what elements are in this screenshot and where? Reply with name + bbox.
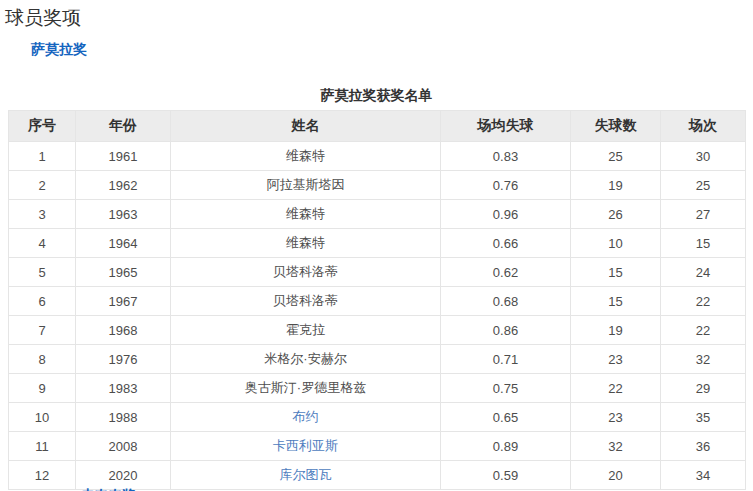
cell-year: 1962 <box>76 171 171 200</box>
cell-conceded: 20 <box>571 461 661 490</box>
cell-avg: 0.89 <box>441 432 571 461</box>
cell-name: 贝塔科洛蒂 <box>171 258 441 287</box>
cell-no: 9 <box>9 374 76 403</box>
cell-avg: 0.71 <box>441 345 571 374</box>
cell-conceded: 25 <box>571 142 661 171</box>
cell-name-link[interactable]: 库尔图瓦 <box>171 461 441 490</box>
table-row: 3 1963 维森特 0.96 26 27 <box>9 200 746 229</box>
cell-no: 6 <box>9 287 76 316</box>
cell-name: 贝塔科洛蒂 <box>171 287 441 316</box>
cell-avg: 0.76 <box>441 171 571 200</box>
cell-no: 10 <box>9 403 76 432</box>
cell-conceded: 19 <box>571 171 661 200</box>
table-row: 9 1983 奥古斯汀·罗德里格兹 0.75 22 29 <box>9 374 746 403</box>
cell-year: 1967 <box>76 287 171 316</box>
table-row: 2 1962 阿拉基斯塔因 0.76 19 25 <box>9 171 746 200</box>
cell-no: 1 <box>9 142 76 171</box>
cell-matches: 25 <box>661 171 746 200</box>
cell-conceded: 23 <box>571 403 661 432</box>
cell-no: 11 <box>9 432 76 461</box>
cell-name: 米格尔·安赫尔 <box>171 345 441 374</box>
cell-name: 维森特 <box>171 142 441 171</box>
cell-name: 维森特 <box>171 229 441 258</box>
cell-matches: 24 <box>661 258 746 287</box>
cell-matches: 27 <box>661 200 746 229</box>
cell-no: 3 <box>9 200 76 229</box>
cell-name: 维森特 <box>171 200 441 229</box>
cell-matches: 35 <box>661 403 746 432</box>
table-row: 12 2020 库尔图瓦 0.59 20 34 <box>9 461 746 490</box>
header-cell-avg: 场均失球 <box>441 111 571 142</box>
cell-year: 1961 <box>76 142 171 171</box>
header-cell-matches: 场次 <box>661 111 746 142</box>
cell-avg: 0.59 <box>441 461 571 490</box>
table-row: 4 1964 维森特 0.66 10 15 <box>9 229 746 258</box>
cell-matches: 34 <box>661 461 746 490</box>
cell-avg: 0.96 <box>441 200 571 229</box>
cell-conceded: 19 <box>571 316 661 345</box>
cell-year: 1964 <box>76 229 171 258</box>
cell-avg: 0.83 <box>441 142 571 171</box>
cell-year: 1968 <box>76 316 171 345</box>
cell-no: 7 <box>9 316 76 345</box>
cell-name: 阿拉基斯塔因 <box>171 171 441 200</box>
cell-no: 4 <box>9 229 76 258</box>
table-row: 5 1965 贝塔科洛蒂 0.62 15 24 <box>9 258 746 287</box>
table-row: 6 1967 贝塔科洛蒂 0.68 15 22 <box>9 287 746 316</box>
cell-year: 1983 <box>76 374 171 403</box>
cell-no: 2 <box>9 171 76 200</box>
cell-matches: 22 <box>661 287 746 316</box>
table-header-row: 序号 年份 姓名 场均失球 失球数 场次 <box>9 111 746 142</box>
cell-name-link[interactable]: 卡西利亚斯 <box>171 432 441 461</box>
cell-conceded: 26 <box>571 200 661 229</box>
cell-conceded: 22 <box>571 374 661 403</box>
cell-name: 霍克拉 <box>171 316 441 345</box>
page-title: 球员奖项 <box>5 7 753 29</box>
cell-year: 2008 <box>76 432 171 461</box>
table-caption: 萨莫拉奖获奖名单 <box>8 87 745 103</box>
cell-matches: 36 <box>661 432 746 461</box>
cell-avg: 0.65 <box>441 403 571 432</box>
cell-year: 1963 <box>76 200 171 229</box>
table-row: 7 1968 霍克拉 0.86 19 22 <box>9 316 746 345</box>
table-row: 10 1988 布约 0.65 23 35 <box>9 403 746 432</box>
section-link-zamora[interactable]: 萨莫拉奖 <box>31 41 87 57</box>
cell-avg: 0.86 <box>441 316 571 345</box>
cell-matches: 29 <box>661 374 746 403</box>
cell-matches: 15 <box>661 229 746 258</box>
cell-no: 8 <box>9 345 76 374</box>
cell-matches: 22 <box>661 316 746 345</box>
awards-table: 序号 年份 姓名 场均失球 失球数 场次 1 1961 维森特 0.83 25 … <box>8 110 746 490</box>
cell-conceded: 32 <box>571 432 661 461</box>
cell-avg: 0.62 <box>441 258 571 287</box>
cell-conceded: 23 <box>571 345 661 374</box>
header-cell-no: 序号 <box>9 111 76 142</box>
cell-conceded: 15 <box>571 287 661 316</box>
table-row: 8 1976 米格尔·安赫尔 0.71 23 32 <box>9 345 746 374</box>
cell-avg: 0.75 <box>441 374 571 403</box>
table-row: 11 2008 卡西利亚斯 0.89 32 36 <box>9 432 746 461</box>
cell-matches: 32 <box>661 345 746 374</box>
header-cell-name: 姓名 <box>171 111 441 142</box>
cell-conceded: 10 <box>571 229 661 258</box>
cell-conceded: 15 <box>571 258 661 287</box>
cell-year: 1988 <box>76 403 171 432</box>
cell-year: 1976 <box>76 345 171 374</box>
cell-no: 5 <box>9 258 76 287</box>
table-row: 1 1961 维森特 0.83 25 30 <box>9 142 746 171</box>
cell-name: 奥古斯汀·罗德里格兹 <box>171 374 441 403</box>
cell-avg: 0.66 <box>441 229 571 258</box>
header-cell-conceded: 失球数 <box>571 111 661 142</box>
cell-name-link[interactable]: 布约 <box>171 403 441 432</box>
cell-no: 12 <box>9 461 76 490</box>
cell-matches: 30 <box>661 142 746 171</box>
cell-avg: 0.68 <box>441 287 571 316</box>
cell-year: 2020 <box>76 461 171 490</box>
cell-year: 1965 <box>76 258 171 287</box>
table-body: 1 1961 维森特 0.83 25 30 2 1962 阿拉基斯塔因 0.76… <box>9 142 746 490</box>
header-cell-year: 年份 <box>76 111 171 142</box>
